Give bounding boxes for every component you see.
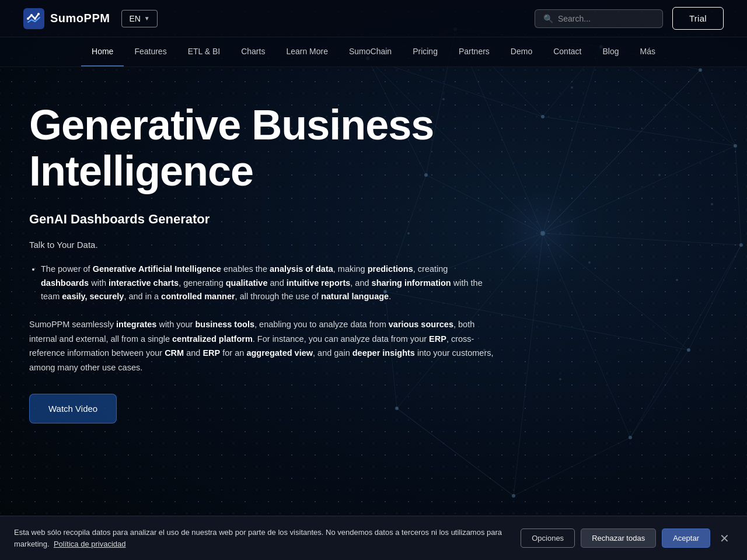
privacy-policy-link[interactable]: Política de privacidad [54,540,126,548]
svg-point-39 [734,144,737,148]
logo-text: SumoPPM [50,12,110,25]
svg-point-41 [687,348,690,352]
chevron-down-icon: ▼ [144,15,150,22]
headline-line1: Generative Business [29,102,434,148]
cookie-banner: Esta web sólo recopila datos para analiz… [0,516,747,560]
svg-point-59 [27,18,29,20]
svg-point-61 [34,18,36,20]
watch-video-button[interactable]: Watch Video [29,394,117,424]
nav-item-pricing[interactable]: Pricing [402,37,448,66]
nav-item-features[interactable]: Features [124,37,177,66]
hero-section: Generative Business Intelligence GenAI D… [0,67,525,447]
cookie-reject-button[interactable]: Rechazar todas [581,528,656,548]
svg-point-43 [512,494,515,498]
header-left: SumoPPM EN ▼ [23,8,158,29]
trial-button[interactable]: Trial [672,7,724,30]
hero-tagline: Talk to Your Data. [29,240,496,250]
svg-line-17 [689,245,741,350]
svg-point-47 [541,115,544,118]
search-input[interactable] [558,14,654,23]
nav-item-charts[interactable]: Charts [231,37,275,66]
nav-item-home[interactable]: Home [81,37,124,66]
svg-point-49 [588,261,591,264]
nav-item-learn-more[interactable]: Learn More [275,37,338,66]
headline-line2: Intelligence [29,148,253,194]
svg-line-15 [700,70,735,146]
svg-point-56 [571,86,573,89]
main-nav: Home Features ETL & BI Charts Learn More… [0,37,747,67]
cookie-text: Esta web sólo recopila datos para analiz… [14,527,509,550]
svg-point-48 [658,174,661,176]
nav-item-contact[interactable]: Contact [543,37,592,66]
nav-item-partners[interactable]: Partners [448,37,500,66]
logo[interactable]: SumoPPM [23,8,110,29]
cookie-options-button[interactable]: Opciones [521,528,575,548]
nav-item-mas[interactable]: Más [630,37,666,66]
svg-line-26 [630,245,741,438]
cookie-accept-button[interactable]: Aceptar [662,528,710,548]
svg-point-40 [739,243,743,247]
svg-point-42 [629,436,632,439]
svg-point-60 [30,14,33,16]
cookie-text-area: Esta web sólo recopila datos para analiz… [14,527,509,550]
language-selector[interactable]: EN ▼ [121,10,157,27]
hero-headline: Generative Business Intelligence [29,102,496,194]
svg-line-16 [735,146,741,245]
header-right: 🔍 Trial [535,7,724,30]
nav-item-demo[interactable]: Demo [500,37,543,66]
svg-point-38 [699,68,702,72]
close-icon: ✕ [720,532,729,545]
svg-point-52 [676,279,678,281]
bullet-item-1: The power of Generative Artificial Intel… [41,262,496,303]
integration-text: SumoPPM seamlessly integrates with your … [29,317,496,375]
search-icon: 🔍 [543,14,553,23]
header: SumoPPM EN ▼ 🔍 Trial [0,0,747,37]
svg-point-54 [559,378,561,380]
nav-items: Home Features ETL & BI Charts Learn More… [81,37,666,66]
nav-item-blog[interactable]: Blog [592,37,629,66]
cookie-close-button[interactable]: ✕ [716,530,733,547]
svg-point-53 [711,203,713,205]
hero-subheadline: GenAI Dashboards Generator [29,212,496,227]
nav-item-sumochain[interactable]: SumoChain [338,37,402,66]
cookie-actions: Opciones Rechazar todas Aceptar ✕ [521,528,733,548]
nav-item-etl-bi[interactable]: ETL & BI [177,37,231,66]
search-container: 🔍 [535,9,663,28]
lang-current: EN [129,14,140,23]
svg-point-62 [37,13,40,15]
svg-line-18 [630,350,689,438]
feature-bullets: The power of Generative Artificial Intel… [29,262,496,303]
logo-icon [23,8,44,29]
svg-line-19 [514,438,630,496]
